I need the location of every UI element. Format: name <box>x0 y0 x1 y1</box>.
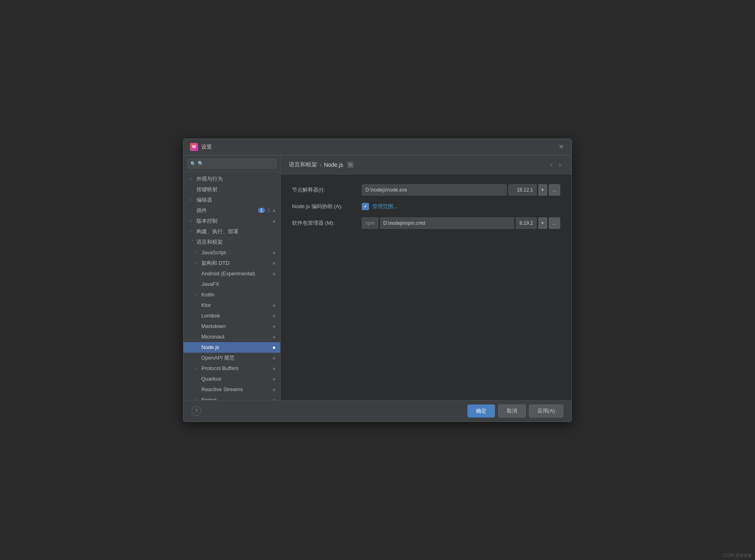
chevron-icon: › <box>195 292 200 297</box>
breadcrumb-current: Node.js <box>324 162 343 168</box>
chevron-icon: › <box>195 366 200 370</box>
apply-button[interactable]: 应用(A) <box>529 405 563 417</box>
sidebar-item-appearance[interactable]: › 外观与行为 <box>183 174 280 184</box>
chevron-icon: › <box>190 229 195 234</box>
settings-icon: ■ <box>273 398 275 400</box>
chevron-icon: › <box>195 261 200 265</box>
settings-icon: ■ <box>273 271 275 276</box>
coding-assistance-row: Node.js 编码协助 (A): ✔ 管理范围... <box>292 203 560 210</box>
search-icon: 🔍 <box>190 161 196 166</box>
coding-assistance-control: ✔ 管理范围... <box>362 203 560 210</box>
chevron-icon: › <box>190 240 195 245</box>
node-interpreter-browse[interactable]: ... <box>549 184 560 196</box>
sidebar-item-android[interactable]: › Android (Experimental) ■ <box>183 268 280 279</box>
sidebar-item-ktor[interactable]: › Ktor ■ <box>183 300 280 311</box>
search-wrapper: 🔍 <box>188 159 276 168</box>
sidebar-item-keymap[interactable]: › 按键映射 <box>183 184 280 195</box>
cancel-button[interactable]: 取消 <box>498 405 526 417</box>
translate-icon: 文 <box>267 207 271 213</box>
sidebar-item-javafx[interactable]: › JavaFX <box>183 279 280 290</box>
sidebar-item-kotlin[interactable]: › Kotlin <box>183 290 280 300</box>
settings-icon: ■ <box>273 250 275 255</box>
sidebar-item-reactive[interactable]: › Reactive Streams ■ <box>183 384 280 395</box>
settings-icon: ■ <box>273 261 275 266</box>
settings-icon: ■ <box>273 366 275 371</box>
settings-icon: ■ <box>273 377 275 381</box>
plugins-badge: 1 <box>258 208 265 213</box>
node-interpreter-input[interactable] <box>362 184 507 196</box>
package-manager-label: 软件包管理器 (M): <box>292 219 357 227</box>
sidebar-item-schema[interactable]: › 架构和 DTD ■ <box>183 258 280 268</box>
settings-icon: ■ <box>273 219 275 224</box>
nav-forward-button[interactable]: › <box>557 160 563 169</box>
settings-icon: ■ <box>273 324 275 329</box>
title-bar: W 设置 ✕ <box>183 139 572 155</box>
main-header: 语言和框架 › Node.js ⊟ ‹ › <box>281 155 572 175</box>
npm-version-display: 8.19.2 <box>516 217 537 229</box>
nav-back-button[interactable]: ‹ <box>548 160 555 169</box>
sidebar-item-javascript[interactable]: › JavaScript ■ <box>183 247 280 258</box>
breadcrumb-separator: › <box>320 162 322 168</box>
search-box: 🔍 <box>183 155 280 172</box>
sidebar-item-lang[interactable]: › 语言和框架 <box>183 237 280 247</box>
package-manager-control: npm 8.19.2 ▾ ... <box>362 217 560 229</box>
node-interpreter-label: 节点解释器(I): <box>292 186 357 194</box>
npm-browse[interactable]: ... <box>549 217 560 229</box>
help-button[interactable]: ? <box>192 406 201 416</box>
settings-icon: ■ <box>273 334 275 339</box>
footer-buttons: 确定 取消 应用(A) <box>467 405 563 417</box>
sidebar: 🔍 › 外观与行为 › 按键映射 › 编辑器 <box>183 155 281 400</box>
dialog-footer: ? 确定 取消 应用(A) <box>183 400 572 422</box>
nav-arrows: ‹ › <box>548 160 563 169</box>
dialog-body: 🔍 › 外观与行为 › 按键映射 › 编辑器 <box>183 155 572 400</box>
close-button[interactable]: ✕ <box>557 143 565 151</box>
npm-prefix-label: npm <box>362 217 378 229</box>
coding-assistance-label: Node.js 编码协助 (A): <box>292 203 357 210</box>
sidebar-list: › 外观与行为 › 按键映射 › 编辑器 › 插件 1 文 <box>183 172 280 400</box>
sidebar-item-nodejs[interactable]: › Node.js ■ <box>183 342 280 353</box>
title-bar-left: W 设置 <box>190 143 212 151</box>
pin-icon[interactable]: ⊟ <box>347 162 354 168</box>
confirm-button[interactable]: 确定 <box>467 405 495 417</box>
settings-icon: ■ <box>273 345 275 350</box>
sidebar-item-editor[interactable]: › 编辑器 <box>183 195 280 205</box>
sidebar-item-vcs[interactable]: › 版本控制 ■ <box>183 216 280 226</box>
chevron-icon: › <box>190 198 195 202</box>
settings-icon: ■ <box>273 356 275 360</box>
sidebar-item-lombok[interactable]: › Lombok ■ <box>183 311 280 321</box>
sidebar-item-protobuf[interactable]: › Protocol Buffers ■ <box>183 363 280 374</box>
chevron-icon: › <box>195 250 200 255</box>
npm-path-input[interactable] <box>380 217 514 229</box>
chevron-icon: › <box>190 219 195 223</box>
toggle-row: ✔ 管理范围... <box>362 203 398 210</box>
settings-icon: ■ <box>273 387 275 392</box>
main-content: 语言和框架 › Node.js ⊟ ‹ › 节点解释器(I): 18.12.1 <box>281 155 572 400</box>
sidebar-item-micronaut[interactable]: › Micronaut ■ <box>183 332 280 342</box>
chevron-icon: › <box>195 398 200 400</box>
chevron-icon: › <box>190 177 195 181</box>
npm-version-dropdown[interactable]: ▾ <box>538 217 547 229</box>
sidebar-item-quarkus[interactable]: › Quarkus ■ <box>183 374 280 384</box>
settings-icon: ■ <box>273 313 275 318</box>
settings-area: 节点解释器(I): 18.12.1 ▾ ... Node.js 编码协助 (A)… <box>281 175 572 400</box>
sidebar-item-plugins[interactable]: › 插件 1 文 ■ <box>183 205 280 216</box>
sidebar-item-markdown[interactable]: › Markdown ■ <box>183 321 280 332</box>
package-manager-row: 软件包管理器 (M): npm 8.19.2 ▾ ... <box>292 217 560 229</box>
settings-icon: ■ <box>273 208 275 213</box>
node-version-dropdown[interactable]: ▾ <box>538 184 547 196</box>
app-logo: W <box>190 143 198 151</box>
node-interpreter-row: 节点解释器(I): 18.12.1 ▾ ... <box>292 184 560 196</box>
dialog-title: 设置 <box>201 143 212 151</box>
breadcrumb: 语言和框架 › Node.js ⊟ <box>289 161 354 168</box>
node-version-display: 18.12.1 <box>508 184 537 196</box>
search-input[interactable] <box>188 159 276 168</box>
sidebar-item-spring[interactable]: › Spring ■ <box>183 395 280 400</box>
settings-icon: ■ <box>273 303 275 308</box>
breadcrumb-parent: 语言和框架 <box>289 161 317 168</box>
coding-toggle-icon: ✔ <box>362 203 369 210</box>
sidebar-item-build[interactable]: › 构建、执行、部署 <box>183 226 280 237</box>
manage-scope-link[interactable]: 管理范围... <box>372 203 398 210</box>
node-interpreter-control: 18.12.1 ▾ ... <box>362 184 560 196</box>
sidebar-item-openapi[interactable]: › OpenAPI 规范 ■ <box>183 353 280 363</box>
settings-dialog: W 设置 ✕ 🔍 › 外观与行为 › <box>183 138 572 422</box>
